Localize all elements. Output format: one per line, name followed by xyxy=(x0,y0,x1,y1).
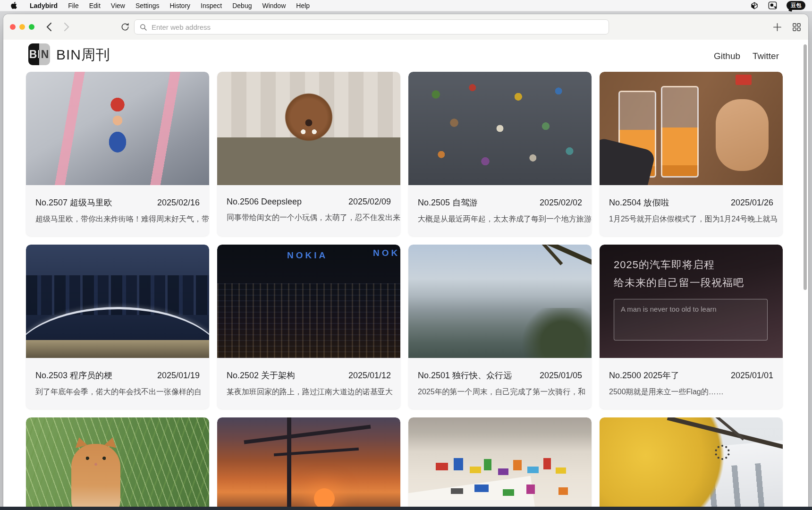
card-image-ginkgo-building xyxy=(600,417,783,510)
github-link[interactable]: Github xyxy=(714,51,740,61)
menu-status-area: 豆包 xyxy=(750,1,805,10)
weekly-card[interactable]: No.2504 放假啦 2025/01/26 1月25号就开启休假模式了，图为1… xyxy=(600,72,783,236)
photo-pole xyxy=(287,417,291,510)
weekly-card[interactable]: NOKIA NOKIA No.2502 关于架构 2025/01/12 某夜加班… xyxy=(217,245,400,409)
weekly-card[interactable] xyxy=(408,417,592,510)
card-description: 1月25号就开启休假模式了，图为1月24号晚上就马 xyxy=(600,208,783,224)
new-tab-button[interactable] xyxy=(772,22,782,32)
card-image-juice-mugs xyxy=(600,72,783,185)
card-meta: No.2502 关于架构 2025/01/12 xyxy=(217,358,400,381)
card-title: No.2502 关于架构 xyxy=(227,370,295,381)
card-date: 2025/01/12 xyxy=(348,371,391,381)
card-meta: No.2505 自驾游 2025/02/02 xyxy=(408,185,592,208)
card-title: No.2505 自驾游 xyxy=(418,197,478,208)
card-image-new-year-flag-panel: 2025的汽车即将启程 给未来的自己留一段祝福吧 A man is never … xyxy=(600,245,783,358)
menu-view[interactable]: View xyxy=(106,0,130,11)
browser-window: BIN BIN周刊 Github Twitter No.2507 超级马里欧 2… xyxy=(3,14,808,510)
weekly-card[interactable]: No.2501 独行快、众行远 2025/01/05 2025年的第一个周末，自… xyxy=(408,245,592,409)
card-image-lego-bricks xyxy=(408,417,592,510)
weekly-card[interactable] xyxy=(217,417,400,510)
minimize-button[interactable] xyxy=(19,24,25,30)
menu-window[interactable]: Window xyxy=(257,0,291,11)
panel-heading-line2: 给未来的自己留一段祝福吧 xyxy=(614,274,783,292)
menu-debug[interactable]: Debug xyxy=(227,0,257,11)
photo-ginkgo-tree xyxy=(600,417,726,510)
menu-app-name[interactable]: Ladybird xyxy=(25,2,63,9)
photo-bush xyxy=(518,308,592,358)
browser-toolbar xyxy=(3,14,808,40)
back-button[interactable] xyxy=(43,21,54,33)
menu-help[interactable]: Help xyxy=(291,0,315,11)
url-input[interactable] xyxy=(151,23,603,32)
reload-button[interactable] xyxy=(119,21,131,33)
menu-inspect[interactable]: Inspect xyxy=(195,0,227,11)
twitter-link[interactable]: Twitter xyxy=(753,51,779,61)
issues-grid: No.2507 超级马里欧 2025/02/16 超级马里欧，带你出来炸街咯！难… xyxy=(26,72,783,510)
photo-beam xyxy=(274,448,359,457)
desktop: Ladybird File Edit View Settings History… xyxy=(0,0,812,510)
screenshot-icon[interactable] xyxy=(768,1,777,10)
site-logo[interactable]: BIN xyxy=(28,43,50,65)
card-title: No.2503 程序员的梗 xyxy=(35,370,112,381)
forward-button[interactable] xyxy=(61,21,72,33)
weekly-card[interactable]: No.2507 超级马里欧 2025/02/16 超级马里欧，带你出来炸街咯！难… xyxy=(26,72,209,236)
card-image-mountain-haze-view xyxy=(408,245,592,358)
chevron-left-icon xyxy=(46,22,52,32)
close-button[interactable] xyxy=(10,24,16,30)
doubao-label: 豆包 xyxy=(791,2,801,9)
doubao-assistant-badge[interactable]: 豆包 xyxy=(787,1,805,10)
menu-file[interactable]: File xyxy=(63,0,84,11)
grid-icon xyxy=(792,23,801,32)
weekly-card[interactable]: No.2505 自驾游 2025/02/02 大概是从最近两年起，太太养成了每到… xyxy=(408,72,592,236)
photo-mug xyxy=(661,86,699,178)
weekly-card[interactable]: No.2503 程序员的梗 2025/01/19 到了年底年会季，偌大的年会找不… xyxy=(26,245,209,409)
card-date: 2025/01/01 xyxy=(731,371,773,381)
menu-bar: Ladybird File Edit View Settings History… xyxy=(0,0,812,11)
weekly-card[interactable] xyxy=(26,417,209,510)
card-image-city-night-bridge xyxy=(26,245,209,358)
address-bar xyxy=(134,19,609,34)
card-title: No.2500 2025年了 xyxy=(609,370,679,381)
vertical-scrollbar[interactable] xyxy=(804,44,807,290)
panel-heading-line1: 2025的汽车即将启程 xyxy=(614,256,783,274)
photo-beam xyxy=(244,425,371,444)
weekly-card[interactable]: 2025的汽车即将启程 给未来的自己留一段祝福吧 A man is never … xyxy=(600,245,783,409)
card-title: No.2507 超级马里欧 xyxy=(35,197,112,208)
site-nav: Github Twitter xyxy=(714,51,779,61)
chevron-right-icon xyxy=(64,22,70,32)
screen-bottom-edge xyxy=(0,507,812,510)
card-description: 同事带给闺女的一个小玩偶，太萌了，忍不住发出来 xyxy=(217,207,400,223)
photo-sun xyxy=(314,488,335,509)
weekly-card[interactable]: No.2506 Deepsleep 2025/02/09 同事带给闺女的一个小玩… xyxy=(217,72,400,236)
screen-mirroring-icon[interactable] xyxy=(750,1,759,10)
card-date: 2025/01/26 xyxy=(731,198,773,208)
card-image-mario-plush-backpack xyxy=(26,72,209,185)
photo-bricks xyxy=(408,417,592,510)
menu-edit[interactable]: Edit xyxy=(84,0,106,11)
card-image-orange-cat-grass xyxy=(26,417,209,510)
card-date: 2025/02/16 xyxy=(157,198,200,208)
page-content: BIN BIN周刊 Github Twitter No.2507 超级马里欧 2… xyxy=(3,40,808,510)
menu-settings[interactable]: Settings xyxy=(130,0,165,11)
weekly-card[interactable] xyxy=(600,417,783,510)
card-meta: No.2506 Deepsleep 2025/02/09 xyxy=(217,185,400,207)
card-meta: No.2503 程序员的梗 2025/01/19 xyxy=(26,358,209,381)
site-logo-text: BIN xyxy=(29,48,50,61)
card-description: 到了年底年会季，偌大的年会找不出一张像样的自 xyxy=(26,381,209,397)
site-title: BIN周刊 xyxy=(56,45,110,65)
panel-quote-box: A man is never too old to learn xyxy=(614,299,768,340)
apple-menu[interactable] xyxy=(10,1,18,10)
photo-walkway xyxy=(26,340,209,358)
card-date: 2025/02/09 xyxy=(348,197,391,207)
card-description: 超级马里欧，带你出来炸街咯！难得周末好天气，带 xyxy=(26,208,209,224)
card-image-sunset-road xyxy=(217,417,400,510)
photo-window-lights xyxy=(217,283,400,358)
card-date: 2025/01/19 xyxy=(157,371,200,381)
maximize-button[interactable] xyxy=(29,24,34,30)
tab-overview-button[interactable] xyxy=(791,22,802,32)
card-description: 大概是从最近两年起，太太养成了每到一个地方旅游 xyxy=(408,208,592,224)
menu-history[interactable]: History xyxy=(165,0,196,11)
photo-nokia-sign: NOKIA xyxy=(287,250,328,261)
card-meta: No.2500 2025年了 2025/01/01 xyxy=(600,358,783,381)
photo-cat xyxy=(71,444,120,510)
